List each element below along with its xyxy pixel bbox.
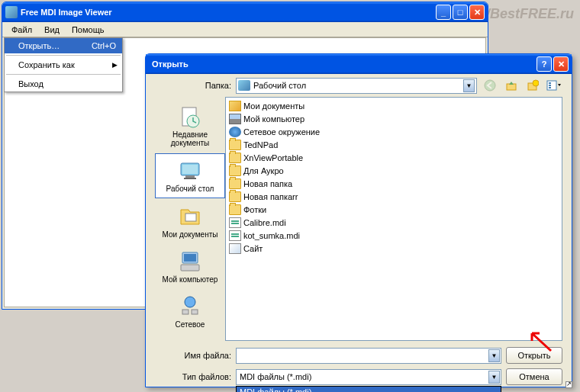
folder-icon xyxy=(229,178,241,189)
file-item[interactable]: Фотки xyxy=(227,203,560,216)
up-folder-button[interactable] xyxy=(503,78,520,93)
file-item[interactable]: Calibre.mdi xyxy=(227,216,560,229)
menu-separator xyxy=(6,74,121,75)
place-desktop[interactable]: Рабочий стол xyxy=(155,153,225,198)
file-menu-dropdown: Открыть… Ctrl+O Сохранить как ▶ Выход xyxy=(4,37,123,92)
svg-rect-7 xyxy=(549,87,551,88)
file-item[interactable]: Новая папка xyxy=(227,177,560,190)
menu-item-open[interactable]: Открыть… Ctrl+O xyxy=(5,38,122,53)
recent-icon xyxy=(178,104,202,129)
menu-item-open-label: Открыть… xyxy=(18,41,60,50)
menu-separator xyxy=(6,55,121,56)
file-item-label: XnViewPortable xyxy=(243,153,303,162)
svg-rect-1 xyxy=(507,84,516,90)
new-folder-button[interactable] xyxy=(524,78,541,93)
dialog-toolbar: Папка: Рабочий стол ▼ xyxy=(146,74,572,97)
menu-item-open-shortcut: Ctrl+O xyxy=(92,41,116,50)
link-icon xyxy=(229,243,241,254)
place-recent[interactable]: Недавние документы xyxy=(155,100,225,152)
filetype-option[interactable]: MDI файлы (*.mdi) xyxy=(237,387,501,393)
svg-rect-14 xyxy=(185,214,196,221)
main-titlebar[interactable]: Free MDI Image Viewer _ □ ✕ xyxy=(2,2,488,22)
file-item[interactable]: kot_sumka.mdi xyxy=(227,229,560,242)
svg-rect-13 xyxy=(184,178,196,179)
file-item-label: kot_sumka.mdi xyxy=(243,231,300,240)
filetype-value: MDI файлы (*.mdi) xyxy=(240,372,311,381)
file-item[interactable]: XnViewPortable xyxy=(227,151,560,164)
file-item-label: Сетевое окружение xyxy=(243,127,320,137)
filename-label: Имя файла: xyxy=(155,351,231,360)
file-item-label: Для Аукро xyxy=(243,166,284,175)
file-item[interactable]: TedNPad xyxy=(227,138,560,151)
menu-item-exit[interactable]: Выход xyxy=(5,76,122,92)
filename-dropdown-button[interactable]: ▼ xyxy=(488,349,500,362)
submenu-arrow-icon: ▶ xyxy=(112,61,118,69)
file-item[interactable]: Новая папкаrr xyxy=(227,190,560,203)
file-item-label: Calibre.mdi xyxy=(243,218,286,227)
file-item-label: TedNPad xyxy=(243,140,278,149)
place-network-label: Сетевое xyxy=(176,320,205,329)
menu-file[interactable]: Файл xyxy=(5,24,38,36)
cancel-button[interactable]: Отмена xyxy=(506,368,562,385)
filetype-combo[interactable]: MDI файлы (*.mdi) ▼ MDI файлы (*.mdi)(*.… xyxy=(236,369,501,385)
file-item[interactable]: Мои документы xyxy=(227,99,560,112)
folder-icon xyxy=(229,165,241,176)
minimize-button[interactable]: _ xyxy=(436,5,451,20)
svg-rect-5 xyxy=(549,82,551,84)
folder-combo[interactable]: Рабочий стол ▼ xyxy=(236,78,477,94)
file-item-label: Мой компьютер xyxy=(243,114,304,124)
place-mydocs-label: Мои документы xyxy=(163,230,218,239)
dialog-close-button[interactable]: ✕ xyxy=(553,56,569,72)
folder-combo-value: Рабочий стол xyxy=(253,81,463,90)
file-item[interactable]: Для Аукро xyxy=(227,164,560,177)
mydocs-icon xyxy=(229,101,241,111)
mycomp-icon xyxy=(178,249,202,274)
file-item[interactable]: Мой компьютер xyxy=(227,112,560,125)
menu-item-exit-label: Выход xyxy=(18,79,44,88)
dialog-help-button[interactable]: ? xyxy=(536,56,552,72)
svg-point-0 xyxy=(485,80,495,91)
menu-help[interactable]: Помощь xyxy=(66,24,111,36)
filetype-dropdown-list: MDI файлы (*.mdi)(*.tif)(*.tiff) xyxy=(236,386,501,393)
filename-input[interactable]: ▼ xyxy=(236,348,501,364)
file-list[interactable]: Мои документыМой компьютерСетевое окруже… xyxy=(225,97,562,341)
svg-rect-19 xyxy=(182,310,188,314)
open-dialog: Открыть ? ✕ Папка: Рабочий стол ▼ Недавн… xyxy=(145,53,572,387)
place-mydocs[interactable]: Мои документы xyxy=(155,200,225,243)
desktop-place-icon xyxy=(178,159,202,183)
svg-rect-17 xyxy=(181,265,199,271)
place-mycomp[interactable]: Мой компьютер xyxy=(155,245,225,288)
file-item-label: Новая папка xyxy=(243,179,292,188)
folder-combo-dropdown-button[interactable]: ▼ xyxy=(463,79,475,92)
mdi-icon xyxy=(229,230,241,241)
svg-rect-6 xyxy=(549,85,551,86)
svg-rect-20 xyxy=(192,310,198,314)
file-item-label: Сайт xyxy=(243,244,263,253)
svg-rect-4 xyxy=(547,81,556,90)
mydocs-icon xyxy=(178,204,202,229)
file-item[interactable]: Сайт xyxy=(227,242,560,255)
file-item[interactable]: Сетевое окружение xyxy=(227,125,560,138)
file-item-label: Фотки xyxy=(243,205,266,214)
menu-item-save-as-label: Сохранить как xyxy=(18,60,75,69)
svg-rect-16 xyxy=(184,254,196,262)
dialog-titlebar[interactable]: Открыть ? ✕ xyxy=(146,54,572,74)
places-bar: Недавние документы Рабочий стол Мои доку… xyxy=(155,97,225,341)
back-button xyxy=(482,78,498,93)
open-button[interactable]: Открыть xyxy=(506,347,562,364)
svg-rect-11 xyxy=(182,165,198,174)
mycomp-icon xyxy=(229,114,241,124)
menu-item-save-as[interactable]: Сохранить как ▶ xyxy=(5,57,122,72)
filetype-dropdown-button[interactable]: ▼ xyxy=(488,371,500,384)
menu-view[interactable]: Вид xyxy=(38,24,66,36)
maximize-button[interactable]: □ xyxy=(453,5,468,20)
desktop-icon xyxy=(238,80,250,91)
place-network[interactable]: Сетевое xyxy=(155,290,225,333)
folder-icon xyxy=(229,153,241,163)
close-button[interactable]: ✕ xyxy=(469,5,485,20)
view-menu-button[interactable] xyxy=(546,78,562,93)
svg-point-18 xyxy=(185,297,195,307)
svg-rect-12 xyxy=(185,175,195,178)
place-recent-label: Недавние документы xyxy=(156,130,224,147)
place-desktop-label: Рабочий стол xyxy=(166,185,214,193)
